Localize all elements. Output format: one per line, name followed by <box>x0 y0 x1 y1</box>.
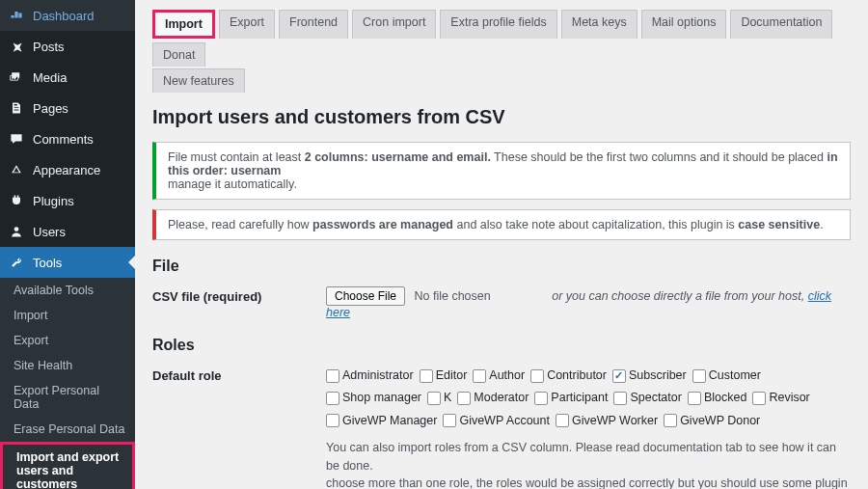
menu-label: Plugins <box>33 194 74 208</box>
role-label: GiveWP Worker <box>572 411 658 431</box>
section-roles: Roles <box>152 337 851 354</box>
checkbox-icon <box>613 392 627 405</box>
tab-cron-import[interactable]: Cron import <box>352 10 436 39</box>
menu-label: Media <box>33 70 67 85</box>
role-label: Participant <box>551 388 608 408</box>
role-label: Moderator <box>474 388 529 408</box>
menu-tools[interactable]: Tools <box>0 247 135 278</box>
tab-new-features[interactable]: New features <box>152 68 245 93</box>
role-checkbox-contributor[interactable]: Contributor <box>530 366 607 386</box>
svg-point-0 <box>14 227 19 231</box>
submenu-available-tools[interactable]: Available Tools <box>0 278 135 303</box>
checkbox-icon <box>752 392 766 405</box>
roles-help-text: You can also import roles from a CSV col… <box>326 439 851 489</box>
checkbox-icon <box>326 369 339 383</box>
csv-file-label: CSV file (required) <box>152 286 326 319</box>
submenu-export[interactable]: Export <box>0 328 135 353</box>
checkbox-icon <box>326 414 339 427</box>
dashboard-icon <box>8 7 25 24</box>
role-label: GiveWP Manager <box>342 411 437 431</box>
role-checkbox-subscriber[interactable]: Subscriber <box>612 366 687 386</box>
role-label: Subscriber <box>629 366 687 386</box>
role-checkbox-customer[interactable]: Customer <box>692 366 761 386</box>
tab-frontend[interactable]: Frontend <box>279 10 348 39</box>
tabs-row-1: Import Export Frontend Cron import Extra… <box>135 0 868 67</box>
menu-media[interactable]: Media <box>0 62 135 93</box>
menu-posts[interactable]: Posts <box>0 31 135 62</box>
tab-mail-options[interactable]: Mail options <box>641 10 727 39</box>
submenu-import-export-users[interactable]: Import and export users and customers <box>0 442 135 489</box>
role-checkbox-blocked[interactable]: Blocked <box>688 388 746 408</box>
role-label: Spectator <box>630 388 682 408</box>
role-label: Author <box>489 366 525 386</box>
tab-documentation[interactable]: Documentation <box>730 10 832 39</box>
role-checkbox-administrator[interactable]: Administrator <box>326 366 414 386</box>
checkbox-icon <box>420 369 433 383</box>
tools-submenu: Available Tools Import Export Site Healt… <box>0 278 135 489</box>
role-checkbox-shop-manager[interactable]: Shop manager <box>326 388 421 408</box>
role-checkbox-k[interactable]: K <box>427 388 451 408</box>
pin-icon <box>8 38 25 55</box>
role-label: Revisor <box>769 388 809 408</box>
role-label: Contributor <box>547 366 607 386</box>
choose-file-button[interactable]: Choose File <box>326 286 405 306</box>
notice-columns: File must contain at least 2 columns: us… <box>152 142 851 200</box>
roles-checkbox-group: AdministratorEditorAuthorContributorSubs… <box>326 366 851 431</box>
role-checkbox-participant[interactable]: Participant <box>534 388 608 408</box>
default-role-label: Default role <box>152 366 326 489</box>
submenu-erase-personal[interactable]: Erase Personal Data <box>0 417 135 442</box>
menu-plugins[interactable]: Plugins <box>0 185 135 216</box>
submenu-site-health[interactable]: Site Health <box>0 353 135 378</box>
tab-donate[interactable]: Donat <box>152 42 205 67</box>
tab-export[interactable]: Export <box>219 10 275 39</box>
role-label: Editor <box>436 366 468 386</box>
file-status-text: No file chosen <box>415 289 491 303</box>
tab-meta-keys[interactable]: Meta keys <box>561 10 637 39</box>
menu-label: Comments <box>33 132 94 147</box>
role-label: Blocked <box>704 388 746 408</box>
role-checkbox-author[interactable]: Author <box>473 366 525 386</box>
role-checkbox-spectator[interactable]: Spectator <box>613 388 682 408</box>
menu-label: Posts <box>33 40 65 54</box>
role-checkbox-moderator[interactable]: Moderator <box>457 388 529 408</box>
role-checkbox-givewp-worker[interactable]: GiveWP Worker <box>556 411 658 431</box>
pages-icon <box>8 99 25 117</box>
menu-users[interactable]: Users <box>0 216 135 247</box>
section-file: File <box>152 258 851 275</box>
users-icon <box>8 223 25 240</box>
checkbox-icon <box>556 414 569 427</box>
submenu-import[interactable]: Import <box>0 303 135 328</box>
checkbox-icon <box>530 369 544 383</box>
tab-import[interactable]: Import <box>152 10 215 39</box>
menu-label: Dashboard <box>33 9 95 23</box>
role-label: Shop manager <box>342 388 421 408</box>
appearance-icon <box>8 161 25 178</box>
media-icon <box>8 68 25 86</box>
menu-pages[interactable]: Pages <box>0 93 135 123</box>
role-checkbox-givewp-donor[interactable]: GiveWP Donor <box>664 411 760 431</box>
role-checkbox-editor[interactable]: Editor <box>420 366 468 386</box>
role-label: GiveWP Account <box>459 411 550 431</box>
tabs-row-2: New features <box>135 67 868 93</box>
role-checkbox-givewp-account[interactable]: GiveWP Account <box>443 411 550 431</box>
main-content: Import Export Frontend Cron import Extra… <box>135 0 868 489</box>
menu-appearance[interactable]: Appearance <box>0 154 135 185</box>
checkbox-icon <box>443 414 456 427</box>
checkbox-icon <box>612 369 626 383</box>
checkbox-icon <box>473 369 486 383</box>
checkbox-icon <box>326 392 339 405</box>
role-label: K <box>444 388 451 408</box>
role-label: Customer <box>709 366 761 386</box>
role-label: Administrator <box>342 366 414 386</box>
checkbox-icon <box>664 414 677 427</box>
role-checkbox-givewp-manager[interactable]: GiveWP Manager <box>326 411 437 431</box>
role-checkbox-revisor[interactable]: Revisor <box>752 388 809 408</box>
role-label: GiveWP Donor <box>680 411 760 431</box>
tab-extra-profile[interactable]: Extra profile fields <box>440 10 556 39</box>
checkbox-icon <box>692 369 706 383</box>
admin-sidebar: Dashboard Posts Media Pages Comments App… <box>0 0 135 489</box>
submenu-export-personal[interactable]: Export Personal Data <box>0 378 135 417</box>
menu-comments[interactable]: Comments <box>0 123 135 154</box>
menu-dashboard[interactable]: Dashboard <box>0 0 135 31</box>
menu-label: Pages <box>33 101 68 116</box>
